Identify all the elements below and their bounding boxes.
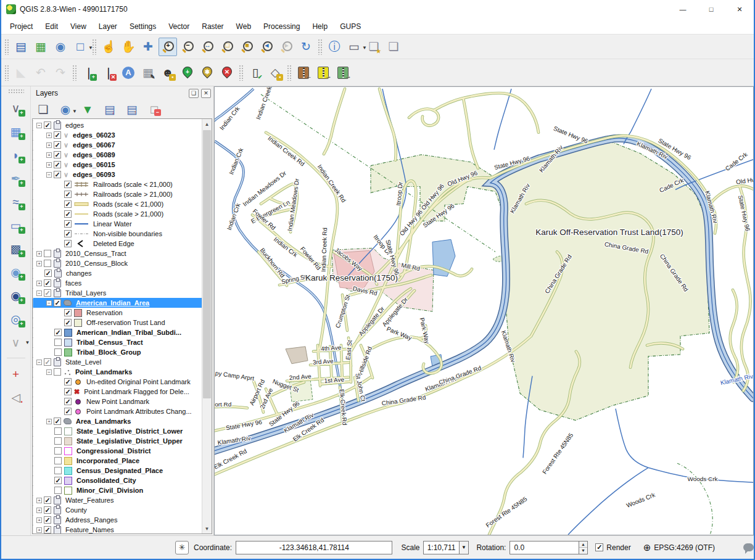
menu-settings[interactable]: Settings (123, 20, 162, 33)
layer-incorporated-place[interactable]: Incorporated_Place (33, 456, 202, 466)
add-wms-layer-icon[interactable]: ◉+ (6, 262, 27, 282)
visibility-checkbox[interactable]: ✓ (44, 358, 51, 366)
visibility-checkbox[interactable]: ✓ (44, 506, 51, 514)
export-map-icon[interactable]: → (334, 64, 352, 82)
visibility-checkbox[interactable] (44, 250, 51, 257)
pan-to-selection-icon[interactable]: ✚ (139, 38, 157, 56)
menu-web[interactable]: Web (230, 20, 257, 33)
visibility-checkbox[interactable]: ✓ (44, 516, 51, 524)
layer-state-legislative-district-upper[interactable]: State_Legislative_District_Upper (33, 436, 202, 446)
layer-group-water-features[interactable]: +✓Water_Features (33, 495, 202, 505)
visibility-checkbox[interactable]: ✓ (64, 220, 72, 228)
visibility-checkbox[interactable]: ✓ (64, 378, 72, 385)
render-checkbox[interactable]: ✓ (595, 543, 603, 551)
scale-dropdown-icon[interactable]: ▼ (459, 541, 469, 554)
expand-icon[interactable]: + (36, 261, 42, 266)
visibility-checkbox[interactable]: ✓ (54, 329, 62, 336)
topology-checker-icon[interactable]: ◁• (6, 387, 27, 407)
visibility-checkbox[interactable]: ✓ (54, 161, 61, 168)
refresh-icon[interactable]: ↻ (297, 38, 315, 56)
expand-icon[interactable]: + (36, 281, 42, 286)
layer-roads-scale-21-000-[interactable]: ✓Roads (scale < 21,000) (33, 199, 202, 209)
layer-railroads-scale-21-000-[interactable]: ✓Railroads (scale < 21,000) (33, 179, 202, 189)
layer-edges-06023[interactable]: +✓∨edges_06023 (33, 130, 202, 140)
close-panel-icon[interactable]: ✕ (201, 89, 211, 98)
layer-point-landmarks[interactable]: −Point_Landmarks (33, 367, 202, 377)
float-panel-icon[interactable]: ❏ (189, 89, 199, 98)
scroll-down-icon[interactable]: ▼ (202, 524, 212, 533)
user-tool-icon[interactable]: ☻▪ (159, 64, 177, 82)
visibility-checkbox[interactable]: ✓ (64, 230, 72, 237)
close-button[interactable]: ✕ (725, 0, 754, 19)
expand-icon[interactable]: + (46, 162, 52, 168)
collapse-icon[interactable]: − (36, 360, 42, 365)
visibility-checkbox[interactable]: ✓ (64, 388, 72, 395)
layer-railroads-scale-21-000-[interactable]: ✓Railroads (scale > 21,000) (33, 189, 202, 199)
add-oracle-layer-icon[interactable]: ▭+ (6, 215, 27, 235)
layer-point-landmark-flagged-for-dele-[interactable]: ✓✖Point Landmark Flagged for Dele... (33, 387, 202, 397)
manage-layer-visibility-icon[interactable]: ◉▼ (57, 101, 73, 117)
expand-icon[interactable]: + (46, 142, 52, 148)
visibility-checkbox[interactable] (54, 487, 62, 494)
layer-congressional-district[interactable]: Congressional_District (33, 446, 202, 456)
visibility-checkbox[interactable]: ✓ (64, 210, 72, 218)
expand-icon[interactable]: + (36, 251, 42, 257)
expand-icon[interactable]: + (46, 419, 52, 424)
spin-down-icon[interactable]: ▼ (579, 548, 588, 554)
new-memory-layer-icon[interactable]: ∨▼ (6, 332, 27, 352)
visibility-checkbox[interactable]: ✓ (64, 191, 72, 198)
layer-minor-civil-division[interactable]: Minor_Civil_Division (33, 485, 202, 495)
delete-linear-feature-icon[interactable]: ❘✕ (99, 64, 118, 82)
zoom-to-selection-icon[interactable]: □ (218, 38, 236, 56)
layer-non-visible-boundaries[interactable]: ✓Non-visible boundaries (33, 229, 202, 239)
snapping-options-icon[interactable]: + (6, 364, 27, 384)
layer-state-legislative-district-lower[interactable]: State_Legislative_District_Lower (33, 426, 202, 436)
layer-group-faces[interactable]: +✓faces (33, 278, 202, 288)
layer-edges-06015[interactable]: +✓∨edges_06015 (33, 160, 202, 170)
minimize-button[interactable]: — (669, 0, 697, 19)
visibility-checkbox[interactable] (54, 348, 62, 356)
expand-icon[interactable]: + (36, 527, 42, 533)
visibility-checkbox[interactable]: ✓ (54, 151, 61, 159)
visibility-checkbox[interactable]: ✓ (54, 299, 61, 307)
add-group-icon[interactable]: ❏ (35, 101, 51, 117)
maximize-button[interactable]: □ (697, 0, 725, 19)
rotation-spinner[interactable]: ▲▼ (579, 541, 588, 554)
rotation-field[interactable]: 0.0 (510, 541, 578, 554)
filter-legend-icon[interactable]: ▼ (80, 101, 96, 117)
touch-icon[interactable]: ☝ (99, 38, 118, 56)
scroll-thumb[interactable] (203, 130, 211, 398)
add-spatialite-layer-icon[interactable]: ✒+ (6, 168, 27, 188)
layer-edges-06089[interactable]: +✓∨edges_06089 (33, 150, 202, 160)
add-mssql-layer-icon[interactable]: ≈+ (6, 192, 27, 212)
menu-processing[interactable]: Processing (257, 20, 306, 33)
menu-vector[interactable]: Vector (162, 20, 196, 33)
measure-icon[interactable]: ▭▼ (345, 38, 363, 56)
identify-features-icon[interactable]: ⓘ (325, 38, 344, 56)
add-raster-layer-icon[interactable]: ▦+ (6, 121, 27, 141)
visibility-checkbox[interactable]: ✓ (44, 121, 51, 129)
menu-help[interactable]: Help (306, 20, 334, 33)
add-wcs-layer-icon[interactable]: ◉+ (6, 286, 27, 305)
expand-icon[interactable]: + (36, 498, 42, 503)
pan-map-icon[interactable]: ✋ (119, 38, 138, 56)
zoom-last-icon[interactable]: ◂ (257, 38, 276, 56)
visibility-checkbox[interactable] (54, 339, 62, 346)
visibility-checkbox[interactable]: ✓ (64, 408, 72, 415)
collapse-icon[interactable]: − (46, 369, 52, 375)
menu-layer[interactable]: Layer (93, 20, 123, 33)
layer-un-edited-original-point-landmark[interactable]: ✓Un-edited Original Point Landmark (33, 377, 202, 387)
visibility-checkbox[interactable]: ✓ (64, 200, 72, 208)
visibility-checkbox[interactable]: ✓ (64, 181, 72, 188)
layer-linear-water[interactable]: ✓Linear Water (33, 219, 202, 229)
remove-layer-group-icon[interactable]: □− (146, 101, 162, 117)
map-canvas[interactable]: Indian CrkIndian CreekIndian CrkIndian C… (214, 86, 754, 535)
layers-scrollbar[interactable]: ▲ ▼ (202, 119, 212, 533)
attribute-table-icon[interactable]: ▦✎ (139, 64, 157, 82)
flag-point-landmark-icon[interactable]: ✱ (198, 64, 217, 82)
collapse-icon[interactable]: − (36, 290, 42, 296)
layer-group-2010-census-tract[interactable]: +2010_Census_Tract (33, 249, 202, 258)
menu-edit[interactable]: Edit (39, 20, 64, 33)
collapse-all-icon[interactable]: ▤↑ (124, 101, 140, 117)
add-linear-feature-icon[interactable]: ❘+ (80, 64, 98, 82)
